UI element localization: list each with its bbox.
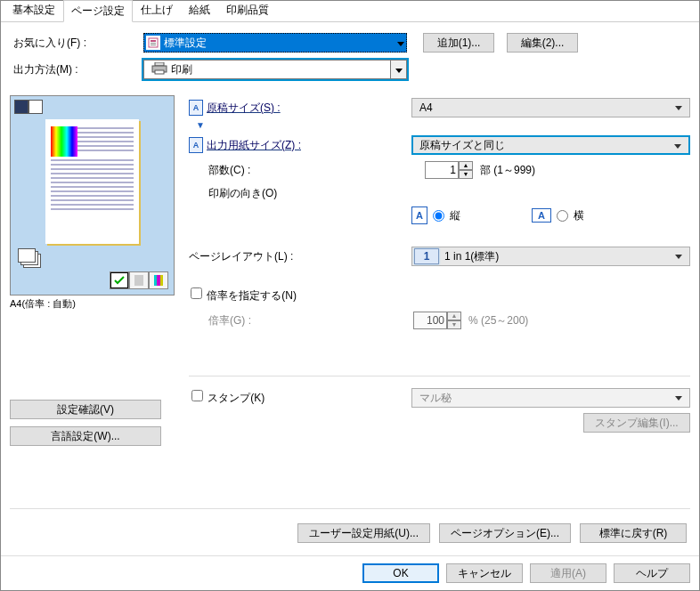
ok-button[interactable]: OK <box>362 563 439 583</box>
page-size-icon: A <box>189 100 203 116</box>
spin-down-icon[interactable]: ▼ <box>459 170 473 179</box>
color-mode-color-icon[interactable] <box>149 271 168 289</box>
svg-rect-4 <box>155 62 164 66</box>
stamp-checkbox-label: スタンプ(K) <box>208 392 265 404</box>
printer-icon <box>148 62 171 77</box>
stamp-checkbox[interactable] <box>191 390 203 401</box>
page-size-dropdown[interactable]: A4 <box>411 98 690 117</box>
preview-page <box>45 119 139 244</box>
page-size-label[interactable]: 原稿サイズ(S) : <box>207 101 281 116</box>
tab-finishing[interactable]: 仕上げ <box>133 0 181 21</box>
favorites-add-button[interactable]: 追加(1)... <box>423 33 494 53</box>
svg-rect-6 <box>155 70 164 74</box>
layout-dropdown[interactable]: 1 1 in 1(標準) <box>411 247 690 266</box>
preview-image-thumb <box>51 126 77 157</box>
page-size-value: A4 <box>419 101 433 114</box>
output-size-dropdown[interactable]: 原稿サイズと同じ <box>411 135 690 155</box>
portrait-radio[interactable] <box>433 210 444 222</box>
scale-checkbox-row[interactable]: 倍率を指定する(N) <box>189 287 297 304</box>
help-button[interactable]: ヘルプ <box>614 563 690 583</box>
landscape-icon: A <box>532 208 551 223</box>
tab-paper-feed[interactable]: 給紙 <box>181 0 218 21</box>
color-mode-gray-icon[interactable] <box>129 271 149 289</box>
tab-page-setup[interactable]: ページ設定 <box>63 0 133 22</box>
apply-button: 適用(A) <box>530 563 606 583</box>
svg-rect-8 <box>154 275 157 286</box>
svg-rect-3 <box>151 45 156 45</box>
stamp-dropdown: マル秘 <box>411 388 690 408</box>
restore-defaults-button[interactable]: 標準に戻す(R) <box>580 523 687 543</box>
copies-label: 部数(C) : <box>208 163 250 178</box>
portrait-label: 縦 <box>450 208 460 223</box>
output-method-dropdown[interactable]: 印刷 <box>143 60 407 79</box>
stamp-checkbox-row[interactable]: スタンプ(K) <box>190 390 411 406</box>
orientation-label: 印刷の向き(O) <box>208 186 690 201</box>
scale-hint: % (25～200) <box>468 313 528 328</box>
scale-spinner: ▲ ▼ <box>413 312 461 329</box>
color-mode-check-icon[interactable] <box>110 271 129 289</box>
cancel-button[interactable]: キャンセル <box>446 563 523 583</box>
scale-label: 倍率(G) : <box>208 313 251 328</box>
orientation-portrait[interactable]: A 縦 <box>411 206 460 224</box>
svg-rect-10 <box>160 275 163 286</box>
favorites-value: 標準設定 <box>164 36 397 51</box>
spin-down-icon: ▼ <box>447 320 461 329</box>
svg-rect-7 <box>134 275 143 286</box>
orientation-landscape[interactable]: A 横 <box>532 206 584 224</box>
chevron-down-icon <box>390 61 406 78</box>
stamp-edit-button: スタンプ編集(I)... <box>583 413 690 433</box>
page-stack-icon <box>18 248 43 268</box>
svg-rect-2 <box>151 43 156 44</box>
favorites-edit-button[interactable]: 編集(2)... <box>507 33 578 53</box>
layout-value: 1 in 1(標準) <box>444 249 499 264</box>
confirm-settings-button[interactable]: 設定確認(V) <box>10 400 161 419</box>
scale-checkbox-label: 倍率を指定する(N) <box>207 289 297 302</box>
svg-rect-1 <box>151 40 156 42</box>
scale-checkbox[interactable] <box>191 287 202 299</box>
landscape-label: 横 <box>574 208 584 223</box>
user-paper-button[interactable]: ユーザー設定用紙(U)... <box>297 523 430 543</box>
layout-icon: 1 <box>414 248 439 264</box>
preview-layout-icon <box>28 100 43 114</box>
tab-basic[interactable]: 基本設定 <box>4 0 63 21</box>
tab-print-quality[interactable]: 印刷品質 <box>218 0 277 21</box>
chevron-down-icon <box>397 36 404 49</box>
preview-pane <box>10 95 175 296</box>
svg-rect-9 <box>157 275 160 286</box>
portrait-icon: A <box>411 206 427 224</box>
preview-layout-icon <box>14 100 28 114</box>
preview-caption: A4(倍率 : 自動) <box>10 297 175 311</box>
favorites-preset-icon <box>146 36 160 50</box>
favorites-dropdown[interactable]: 標準設定 <box>143 33 407 53</box>
landscape-radio[interactable] <box>557 210 568 222</box>
output-method-value: 印刷 <box>171 62 192 77</box>
output-size-label[interactable]: 出力用紙サイズ(Z) : <box>207 138 301 153</box>
arrow-down-icon: ▼ <box>196 120 205 130</box>
tab-strip: 基本設定 ページ設定 仕上げ 給紙 印刷品質 <box>1 1 699 22</box>
output-size-value: 原稿サイズと同じ <box>419 138 505 153</box>
copies-hint: 部 (1～999) <box>480 163 535 178</box>
output-method-label: 出力方法(M) : <box>10 62 143 77</box>
spin-up-icon[interactable]: ▲ <box>459 161 473 170</box>
language-settings-button[interactable]: 言語設定(W)... <box>10 426 161 446</box>
favorites-label: お気に入り(F) : <box>10 36 143 51</box>
spin-up-icon: ▲ <box>447 312 461 320</box>
scale-input <box>413 312 447 329</box>
page-options-button[interactable]: ページオプション(E)... <box>439 523 571 543</box>
layout-label: ページレイアウト(L) : <box>189 249 293 264</box>
copies-input[interactable] <box>425 161 459 179</box>
copies-spinner[interactable]: ▲ ▼ <box>425 161 473 179</box>
output-size-icon: A <box>189 137 203 153</box>
stamp-value: マル秘 <box>419 391 452 406</box>
